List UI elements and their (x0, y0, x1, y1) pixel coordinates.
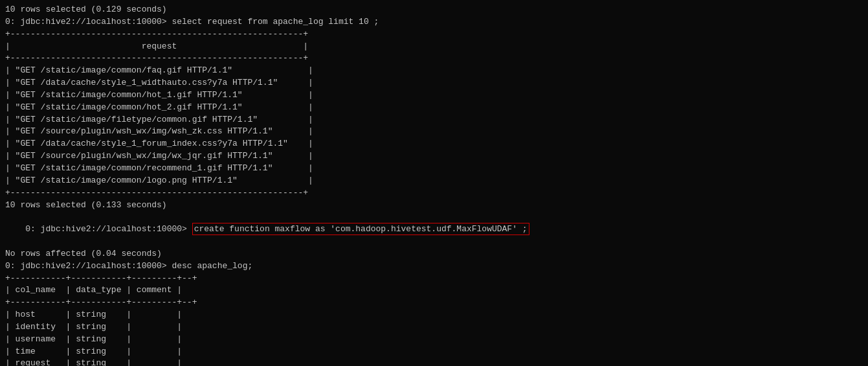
line-21: +-----------+-----------+---------+--+ (5, 273, 863, 285)
line-27: | time | string | | (5, 346, 863, 358)
line-10: | "GET /static/image/filetype/common.gif… (5, 114, 863, 126)
line-19: No rows affected (0.04 seconds) (5, 248, 863, 260)
line-3: +---------------------------------------… (5, 29, 863, 41)
line-1: 10 rows selected (0.129 seconds) (5, 4, 863, 16)
line-18: 0: jdbc:hive2://localhost:10000> create … (5, 211, 863, 248)
line-23: +-----------+-----------+---------+--+ (5, 297, 863, 309)
line-5: +---------------------------------------… (5, 52, 863, 65)
line-2: 0: jdbc:hive2://localhost:10000> select … (5, 16, 863, 29)
line-7: | "GET /data/cache/style_1_widthauto.css… (5, 77, 863, 89)
line-28: | request | string | | (5, 358, 863, 366)
highlighted-command: create function maxflow as 'com.hadoop.h… (192, 223, 529, 235)
line-14: | "GET /static/image/common/recommend_1.… (5, 163, 863, 175)
prompt-text: 0: jdbc:hive2://localhost:10000> (25, 224, 192, 234)
line-8: | "GET /static/image/common/hot_1.gif HT… (5, 89, 863, 102)
line-13: | "GET /source/plugin/wsh_wx/img/wx_jqr.… (5, 150, 863, 163)
line-11: | "GET /source/plugin/wsh_wx/img/wsh_zk.… (5, 126, 863, 138)
line-15: | "GET /static/image/common/logo.png HTT… (5, 175, 863, 187)
line-24: | host | string | | (5, 309, 863, 321)
line-17: 10 rows selected (0.133 seconds) (5, 200, 863, 212)
line-6: | "GET /static/image/common/faq.gif HTTP… (5, 65, 863, 77)
line-26: | username | string | | (5, 334, 863, 346)
line-16: +---------------------------------------… (5, 187, 863, 200)
line-22: | col_name | data_type | comment | (5, 284, 863, 297)
line-9: | "GET /static/image/common/hot_2.gif HT… (5, 102, 863, 114)
line-25: | identity | string | | (5, 321, 863, 334)
line-12: | "GET /data/cache/style_1_forum_index.c… (5, 138, 863, 150)
terminal-window[interactable]: 10 rows selected (0.129 seconds) 0: jdbc… (0, 0, 868, 366)
line-4: | request | (5, 41, 863, 53)
line-20: 0: jdbc:hive2://localhost:10000> desc ap… (5, 260, 863, 273)
